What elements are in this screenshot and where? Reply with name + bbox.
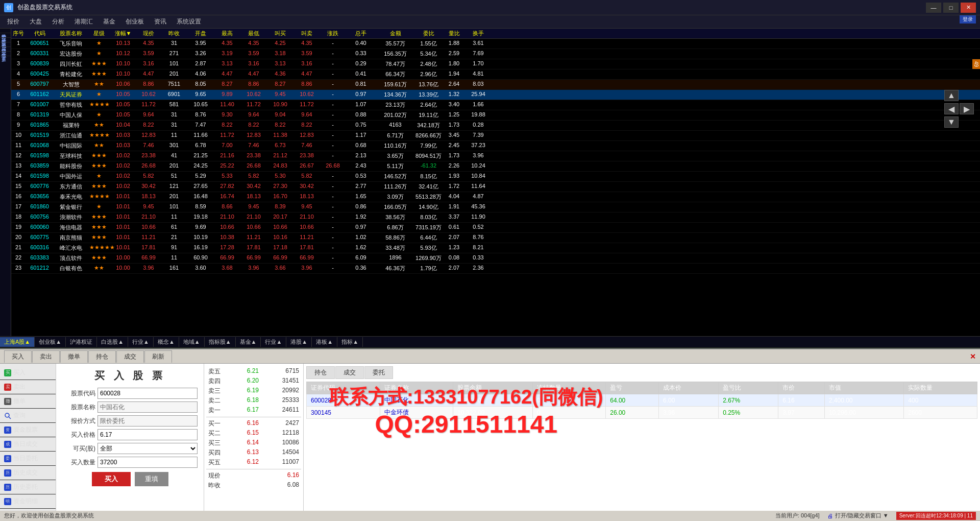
sidebar-more[interactable]: 更多 [0,52,11,56]
th-h-cost: 成本价 [659,382,719,394]
table-row[interactable]: 3600839四川长虹★★★10.103.161012.873.133.163.… [11,59,980,69]
menu-jijin[interactable]: 基金 [98,16,120,27]
tab-gangban[interactable]: 港板▲ [312,337,337,347]
menu-chuangye[interactable]: 创业板 [120,16,149,27]
tab-jijin[interactable]: 基金▲ [236,337,261,347]
tab-hangye[interactable]: 行业▲ [128,337,154,347]
tab-hangye2[interactable]: 行业▲ [261,337,286,347]
h-name-1[interactable]: 中国石化 [380,394,453,407]
buy-form-container: 买 入 股 票 股票代码 股票名称 报价方式 买入价格 可买(股) 全 [56,364,204,511]
btn-settlement[interactable]: 单交割单 [0,509,56,511]
sidebar-company[interactable]: 公司资讯 [0,38,11,42]
maximize-button[interactable]: □ [943,3,959,13]
table-row[interactable]: 20600775南京熊猫★★★10.0111.212110.1910.3811.… [11,233,980,243]
tab-gainian[interactable]: 概念▲ [154,337,179,347]
th-code: 代码 [26,29,54,38]
tab-chuangye[interactable]: 创业板▲ [35,337,66,347]
menu-zixun[interactable]: 资讯 [149,16,172,27]
btn-capital-stock[interactable]: 资资金股票 [0,423,56,437]
table-row[interactable]: 22603383顶点软件★★★10.0066.991160.9066.9966.… [11,253,980,264]
table-row[interactable]: 23601212白银有色★★10.003.961613.603.683.963.… [11,264,980,274]
open-trade-button[interactable]: 🖨 打开/隐藏交易窗口 ▼ [827,512,889,519]
open-trade-text[interactable]: 打开/隐藏交易窗口 ▼ [835,512,889,519]
tab-ganggu[interactable]: 港股▲ [286,337,312,347]
btn-today-orders[interactable]: 委当日委托 [0,452,56,466]
btn-buy-stock[interactable]: 买买入 [0,366,56,380]
table-row[interactable]: 14601598中国外运★10.025.82515.295.335.825.30… [11,172,980,182]
table-row[interactable]: 6601162天风证券★10.0510.6269019.659.8910.629… [11,90,980,100]
table-row[interactable]: 10601519浙江仙通★★★★10.0312.831111.6611.7212… [11,131,980,141]
h-name-2[interactable]: 中金环债 [380,407,453,419]
table-row[interactable]: 4600425青松建化★★★10.104.472014.064.474.474.… [11,69,980,80]
reset-button[interactable]: 重填 [135,472,168,486]
holdings-row-1[interactable]: 600028 中国石化 2,464.00 0 64.00 6.00 2.67% … [307,394,977,407]
btn-history-orders[interactable]: 历历史委托 [0,480,56,494]
hist-trades-icon: 历 [4,469,11,477]
sidebar-technical[interactable]: 技术分析 [0,33,11,38]
table-row[interactable]: 16603656泰禾光电★★★★10.0118.1320116.4816.741… [11,192,980,202]
sidebar-watchlist[interactable]: 自选报价 [0,42,11,47]
close-panel-button[interactable]: ✕ [970,352,976,361]
sidebar-ranking[interactable]: 综合排名 [0,47,11,52]
arrow-left-button[interactable]: ◀ [944,103,959,114]
btn-query[interactable]: 查询 [0,409,56,423]
menu-fenxi[interactable]: 分析 [47,16,69,27]
tab-zixuan[interactable]: 白选股▲ [97,337,128,347]
tab-trades[interactable]: 成交 [116,350,144,363]
table-row[interactable]: 17601860紫金银行★10.019.451018.598.669.458.3… [11,202,980,212]
code-input[interactable] [97,388,198,399]
holdings-row-2[interactable]: 300145 中金环债 10,322.00 0 26.00 3.96 0.25%… [307,407,977,419]
table-row[interactable]: 15600776东方通信★★★10.0230.4212127.6527.8230… [11,182,980,192]
h-code-2[interactable]: 300145 [307,407,380,419]
btn-cancel-order[interactable]: 撤撤单 [0,394,56,409]
h-mvalue-1: 2,400.00 [824,394,903,407]
btn-history-trades[interactable]: 历历史成交 [0,466,56,480]
menu-settings[interactable]: 系统设置 [172,16,206,27]
tab-diyu[interactable]: 地域▲ [179,337,205,347]
tab-cancel[interactable]: 撤单 [60,350,88,363]
table-row[interactable]: 19600060海信电器★★★10.0110.66619.6910.6610.6… [11,223,980,233]
sidebar-timechart[interactable]: 分时走势 [0,29,11,33]
table-row[interactable]: 2600331宏达股份★10.123.592713.263.193.593.18… [11,49,980,59]
menu-ganghui[interactable]: 港期汇 [69,16,98,27]
h-tab-orders[interactable]: 委托 [364,366,393,379]
h-tab-holdings[interactable]: 持仓 [306,366,335,379]
hist-orders-icon: 历 [4,484,11,491]
btn-capital-detail[interactable]: 明资金明细 [0,494,56,509]
menu-baojia[interactable]: 报价 [2,16,24,27]
tab-shanghai[interactable]: 上海A股▲ [0,337,35,347]
table-row[interactable]: 13603859能科股份★★★10.0226.6820124.2525.2226… [11,161,980,172]
table-row[interactable]: 8601319中国人保★10.059.64318.769.309.649.049… [11,110,980,121]
btn-sell-stock[interactable]: 卖卖出 [0,380,56,394]
avail-select[interactable]: 全部 [97,443,198,454]
tab-hugang[interactable]: 沪港权证 [66,337,97,347]
tab-refresh[interactable]: 刷新 [144,350,172,363]
table-row[interactable]: 9601865福莱特★★10.048.22317.478.228.228.228… [11,121,980,131]
price-input[interactable] [97,429,198,440]
h-tab-trades[interactable]: 成交 [335,366,364,379]
minimize-button[interactable]: — [926,3,941,13]
table-row[interactable]: 5600797大智慧★★10.068.8675118.058.278.868.2… [11,80,980,90]
th-name: 股票名称 [54,29,88,38]
h-code-1[interactable]: 600028 [307,394,380,407]
tab-zbgu[interactable]: 指标股▲ [205,337,236,347]
table-row[interactable]: 11601068中铝国际★★10.037.463016.787.007.466.… [11,141,980,151]
table-row[interactable]: 1600651飞乐音响★10.134.35313.954.354.354.254… [11,39,980,49]
table-row[interactable]: 18600756浪潮软件★★★10.0121.101119.1821.1021.… [11,212,980,223]
table-row[interactable]: 21600316峰汇水电★★★★★10.0117.819116.1917.281… [11,243,980,253]
btn-today-trades[interactable]: 成当日成交 [0,437,56,452]
submit-buy-button[interactable]: 买入 [92,472,131,486]
tab-zhibiao[interactable]: 指标▲ [337,337,363,347]
close-button[interactable]: ✕ [961,3,976,13]
arrow-right-button[interactable]: ▶ [960,103,974,114]
tab-sell[interactable]: 卖出 [32,350,60,363]
table-row[interactable]: 7601007哲华有线★★★★10.0511.7258110.6511.4011… [11,100,980,110]
tab-holdings[interactable]: 持仓 [88,350,116,363]
arrow-down-button[interactable]: ▼ [944,116,959,128]
count-input[interactable] [97,457,198,468]
notification-button[interactable]: 49 [972,59,980,69]
table-row[interactable]: 12601598至球科技★★★10.0223.384121.2521.1623.… [11,151,980,161]
menu-dapan[interactable]: 大盘 [24,16,47,27]
tab-buy[interactable]: 买入 [4,350,32,363]
arrow-up-button[interactable]: ▲ [944,90,959,101]
